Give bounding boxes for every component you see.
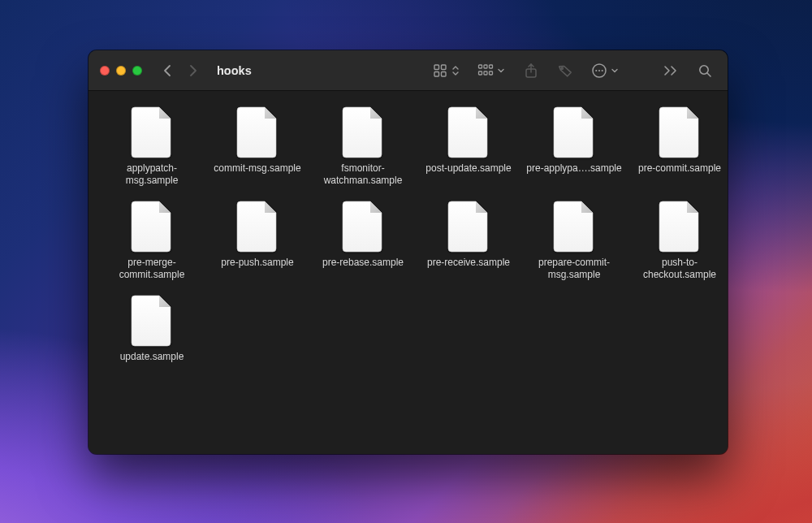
svg-point-14 xyxy=(595,69,597,71)
file-label: pre-receive.sample xyxy=(427,257,510,269)
document-icon xyxy=(658,200,702,253)
share-icon xyxy=(524,63,538,79)
search-icon xyxy=(698,63,712,78)
view-icons-button[interactable] xyxy=(430,59,463,82)
document-icon xyxy=(235,200,279,253)
svg-rect-9 xyxy=(490,71,493,75)
document-icon xyxy=(447,106,490,159)
grid-icon xyxy=(433,63,447,78)
overflow-button[interactable] xyxy=(659,59,682,82)
file-label: pre-applypa….sample xyxy=(526,162,621,175)
svg-rect-1 xyxy=(442,65,447,70)
file-browser-content[interactable]: applypatch-msg.samplecommit-msg.samplefs… xyxy=(89,91,728,454)
file-item[interactable]: pre-rebase.sample xyxy=(313,200,413,281)
file-label: push-to-checkout.sample xyxy=(632,257,728,281)
nav-buttons xyxy=(157,59,204,82)
group-by-button[interactable] xyxy=(474,59,508,82)
file-label: prepare-commit-msg.sample xyxy=(526,257,622,281)
file-label: pre-rebase.sample xyxy=(322,257,404,269)
double-chevron-right-icon xyxy=(663,65,678,76)
file-item[interactable]: update.sample xyxy=(102,294,202,363)
file-item[interactable]: commit-msg.sample xyxy=(207,106,308,187)
file-item[interactable]: fsmonitor-watchman.sample xyxy=(313,106,413,187)
file-label: pre-commit.sample xyxy=(638,162,721,175)
svg-rect-0 xyxy=(434,65,439,70)
file-item[interactable]: pre-push.sample xyxy=(207,200,308,281)
titlebar: hooks xyxy=(89,50,728,91)
file-label: update.sample xyxy=(120,351,184,363)
svg-rect-6 xyxy=(490,65,493,68)
document-icon xyxy=(658,106,702,159)
search-button[interactable] xyxy=(693,59,716,82)
document-icon xyxy=(130,200,174,253)
actions-button[interactable] xyxy=(588,59,622,82)
document-icon xyxy=(130,294,174,348)
file-label: pre-merge-commit.sample xyxy=(104,257,200,281)
file-label: fsmonitor-watchman.sample xyxy=(315,162,411,187)
zoom-button[interactable] xyxy=(132,66,142,76)
chevron-down-icon xyxy=(611,67,619,75)
toolbar-right xyxy=(430,59,716,82)
chevron-down-icon xyxy=(497,67,505,75)
document-icon xyxy=(552,106,596,159)
group-icon xyxy=(477,63,494,78)
file-item[interactable]: applypatch-msg.sample xyxy=(102,106,202,187)
svg-point-16 xyxy=(602,69,603,71)
file-label: pre-push.sample xyxy=(221,257,293,269)
window-title: hooks xyxy=(217,64,252,77)
svg-point-12 xyxy=(561,67,563,69)
file-item[interactable]: post-update.sample xyxy=(418,106,519,187)
svg-rect-3 xyxy=(442,71,447,76)
document-icon xyxy=(447,200,490,253)
tag-icon xyxy=(557,63,573,79)
file-label: post-update.sample xyxy=(425,162,511,175)
svg-rect-7 xyxy=(479,71,482,75)
document-icon xyxy=(130,106,174,159)
close-button[interactable] xyxy=(100,66,110,76)
file-item[interactable]: pre-receive.sample xyxy=(418,200,519,281)
forward-button[interactable] xyxy=(181,59,204,82)
window-controls xyxy=(100,66,142,76)
svg-rect-5 xyxy=(484,65,487,68)
file-item[interactable]: pre-commit.sample xyxy=(629,106,728,187)
chevron-left-icon xyxy=(162,64,175,77)
chevron-right-icon xyxy=(186,64,199,77)
file-item[interactable]: push-to-checkout.sample xyxy=(629,200,728,281)
svg-rect-8 xyxy=(484,71,487,75)
share-button[interactable] xyxy=(520,59,542,82)
svg-point-15 xyxy=(598,69,600,71)
svg-rect-2 xyxy=(434,71,439,76)
document-icon xyxy=(235,106,279,159)
up-down-chevron-icon xyxy=(451,65,460,76)
file-label: applypatch-msg.sample xyxy=(104,162,200,187)
document-icon xyxy=(552,200,596,253)
file-item[interactable]: prepare-commit-msg.sample xyxy=(524,200,624,281)
file-item[interactable]: pre-merge-commit.sample xyxy=(102,200,202,281)
ellipsis-circle-icon xyxy=(591,63,607,79)
tags-button[interactable] xyxy=(554,59,577,82)
finder-window: hooks xyxy=(89,50,728,454)
file-label: commit-msg.sample xyxy=(214,162,300,175)
svg-line-18 xyxy=(707,73,710,76)
document-icon xyxy=(341,200,385,253)
file-grid: applypatch-msg.samplecommit-msg.samplefs… xyxy=(102,106,719,363)
minimize-button[interactable] xyxy=(116,66,126,76)
svg-rect-4 xyxy=(479,65,482,68)
back-button[interactable] xyxy=(157,59,179,82)
file-item[interactable]: pre-applypa….sample xyxy=(524,106,624,187)
document-icon xyxy=(341,106,385,159)
